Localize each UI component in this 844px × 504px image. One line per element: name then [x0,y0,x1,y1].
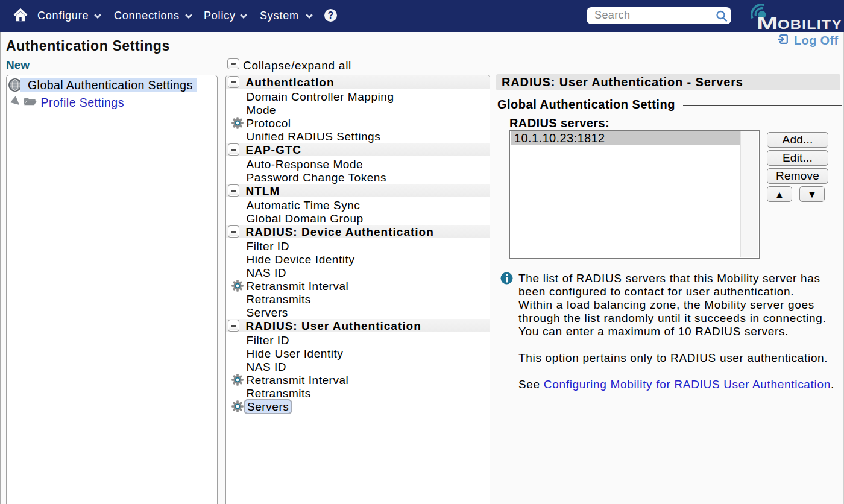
svg-text:OBILITY: OBILITY [778,17,842,32]
svg-text:M: M [757,14,778,32]
